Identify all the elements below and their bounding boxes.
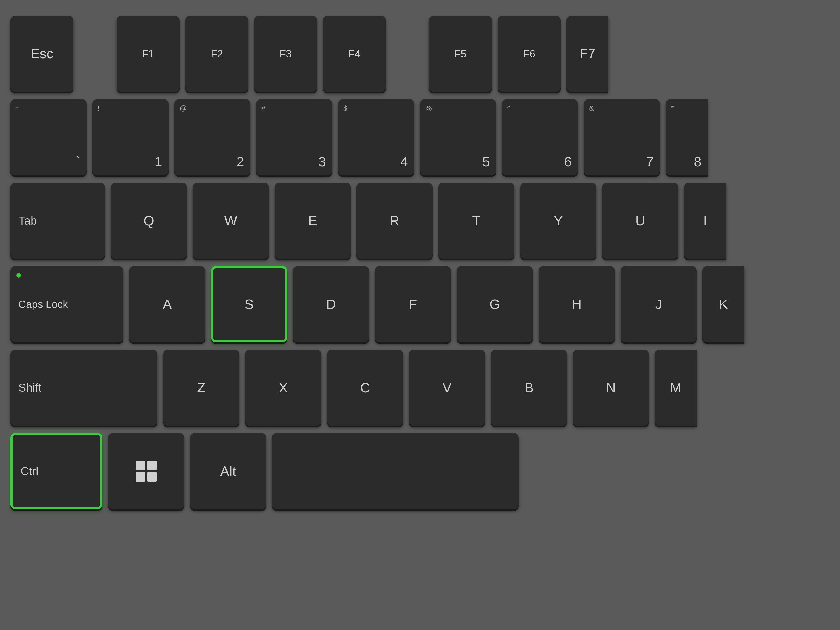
key-m-partial[interactable]: M bbox=[655, 350, 697, 426]
number-row: ~ ` ! 1 @ 2 # 3 $ 4 % 5 ^ 6 & 7 bbox=[11, 99, 829, 175]
key-c-label: C bbox=[360, 380, 370, 396]
key-y-label: Y bbox=[554, 213, 563, 229]
key-f2-label: F2 bbox=[211, 48, 223, 60]
key-alt[interactable]: Alt bbox=[190, 433, 266, 509]
key-f3-label: F3 bbox=[279, 48, 292, 60]
key-a[interactable]: A bbox=[129, 266, 205, 342]
key-win[interactable] bbox=[108, 433, 184, 509]
key-7-main: 7 bbox=[646, 154, 654, 170]
key-4-small: $ bbox=[343, 104, 347, 112]
key-f4[interactable]: F4 bbox=[323, 16, 386, 92]
key-3-main: 3 bbox=[318, 154, 326, 170]
keyboard: Esc F1 F2 F3 F4 F5 F6 F7 ~ ` bbox=[0, 0, 840, 525]
key-6-small: ^ bbox=[507, 104, 510, 112]
key-tab-label: Tab bbox=[18, 214, 37, 227]
key-f6-label: F6 bbox=[523, 48, 535, 60]
key-i-partial[interactable]: I bbox=[684, 183, 726, 259]
key-g[interactable]: G bbox=[457, 266, 533, 342]
key-tab[interactable]: Tab bbox=[11, 183, 105, 259]
key-z[interactable]: Z bbox=[163, 350, 239, 426]
key-6-main: 6 bbox=[564, 154, 572, 170]
key-caps-label: Caps Lock bbox=[18, 298, 68, 310]
windows-icon bbox=[136, 461, 157, 482]
key-f5-label: F5 bbox=[455, 48, 467, 60]
key-q-label: Q bbox=[144, 213, 154, 229]
qwerty-row: Tab Q W E R T Y U I bbox=[11, 183, 829, 259]
key-t[interactable]: T bbox=[438, 183, 515, 259]
key-f5[interactable]: F5 bbox=[429, 16, 492, 92]
key-x[interactable]: X bbox=[245, 350, 321, 426]
key-1-main: 1 bbox=[155, 154, 162, 170]
key-tilde[interactable]: ~ ` bbox=[11, 99, 87, 175]
key-f2[interactable]: F2 bbox=[185, 16, 248, 92]
key-c[interactable]: C bbox=[327, 350, 403, 426]
key-f7-label: F7 bbox=[579, 46, 595, 61]
key-tilde-small: ~ bbox=[16, 104, 20, 112]
key-e[interactable]: E bbox=[275, 183, 351, 259]
key-f3[interactable]: F3 bbox=[254, 16, 317, 92]
key-f-label: F bbox=[409, 296, 417, 312]
key-s-label: S bbox=[245, 296, 254, 312]
key-esc[interactable]: Esc bbox=[11, 16, 74, 92]
key-ctrl-label: Ctrl bbox=[21, 465, 38, 478]
key-v-label: V bbox=[442, 380, 452, 396]
key-1-small: ! bbox=[98, 104, 100, 112]
key-n-label: N bbox=[606, 380, 616, 396]
key-caps-lock[interactable]: Caps Lock bbox=[11, 266, 123, 342]
key-d-label: D bbox=[326, 296, 336, 312]
key-n[interactable]: N bbox=[573, 350, 649, 426]
key-k-partial[interactable]: K bbox=[703, 266, 744, 342]
key-z-label: Z bbox=[197, 380, 205, 396]
key-a-label: A bbox=[163, 296, 172, 312]
key-alt-label: Alt bbox=[220, 463, 236, 479]
key-4[interactable]: $ 4 bbox=[338, 99, 414, 175]
key-r-label: R bbox=[390, 213, 399, 229]
key-d[interactable]: D bbox=[293, 266, 369, 342]
key-b[interactable]: B bbox=[491, 350, 567, 426]
key-q[interactable]: Q bbox=[111, 183, 187, 259]
key-tilde-main: ` bbox=[76, 154, 81, 170]
key-f[interactable]: F bbox=[375, 266, 451, 342]
key-1[interactable]: ! 1 bbox=[92, 99, 169, 175]
key-g-label: G bbox=[489, 296, 500, 312]
key-v[interactable]: V bbox=[409, 350, 485, 426]
key-h[interactable]: H bbox=[538, 266, 615, 342]
key-y[interactable]: Y bbox=[520, 183, 597, 259]
key-shift-label: Shift bbox=[18, 381, 41, 394]
key-m-label: M bbox=[670, 380, 681, 396]
key-7-small: & bbox=[589, 104, 594, 112]
key-w[interactable]: W bbox=[193, 183, 269, 259]
key-8-main: 8 bbox=[694, 154, 701, 170]
key-s[interactable]: S bbox=[211, 266, 287, 342]
key-f7-partial[interactable]: F7 bbox=[567, 16, 608, 92]
key-r[interactable]: R bbox=[357, 183, 433, 259]
key-4-main: 4 bbox=[400, 154, 408, 170]
key-b-label: B bbox=[524, 380, 534, 396]
key-2[interactable]: @ 2 bbox=[174, 99, 250, 175]
key-2-small: @ bbox=[180, 104, 187, 112]
key-f6[interactable]: F6 bbox=[498, 16, 561, 92]
bottom-row: Ctrl Alt bbox=[11, 433, 829, 509]
key-esc-label: Esc bbox=[31, 46, 54, 61]
key-5[interactable]: % 5 bbox=[420, 99, 496, 175]
key-8-partial[interactable]: * 8 bbox=[666, 99, 708, 175]
key-j[interactable]: J bbox=[621, 266, 697, 342]
key-space[interactable] bbox=[272, 433, 519, 509]
key-u[interactable]: U bbox=[602, 183, 678, 259]
key-7[interactable]: & 7 bbox=[584, 99, 660, 175]
key-3[interactable]: # 3 bbox=[256, 99, 332, 175]
key-2-main: 2 bbox=[237, 154, 244, 170]
key-w-label: W bbox=[224, 213, 237, 229]
key-3-small: # bbox=[261, 104, 266, 112]
key-f4-label: F4 bbox=[348, 48, 361, 60]
key-ctrl[interactable]: Ctrl bbox=[11, 433, 103, 509]
key-shift[interactable]: Shift bbox=[11, 350, 158, 426]
key-f1[interactable]: F1 bbox=[117, 16, 180, 92]
key-5-main: 5 bbox=[482, 154, 490, 170]
key-5-small: % bbox=[425, 104, 432, 112]
key-8-small: * bbox=[671, 104, 674, 112]
fn-row: Esc F1 F2 F3 F4 F5 F6 F7 bbox=[11, 16, 829, 92]
key-6[interactable]: ^ 6 bbox=[502, 99, 578, 175]
key-u-label: U bbox=[635, 213, 645, 229]
caps-lock-indicator bbox=[16, 273, 21, 278]
